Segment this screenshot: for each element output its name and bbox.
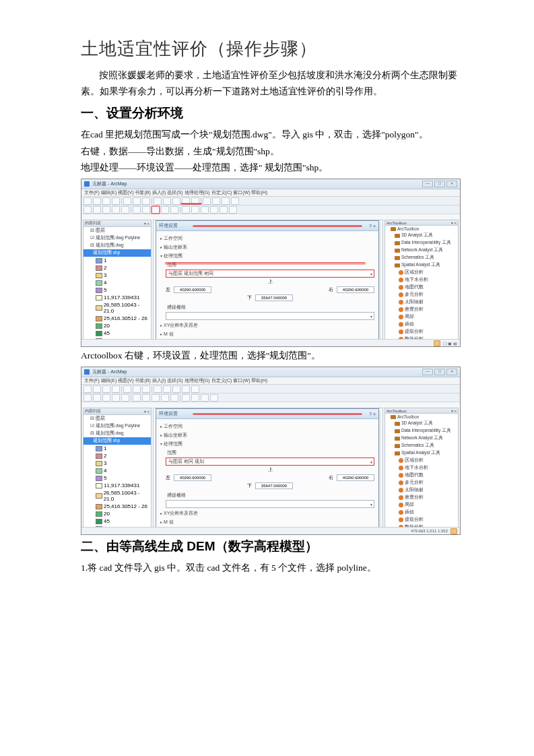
toolbox-item[interactable]: 局部 [385, 313, 458, 321]
toolbox-folder[interactable]: Network Analyst 工具 [385, 435, 458, 442]
extent-combo[interactable]: 与图层 规划范围 相同 [166, 270, 374, 278]
toc-layer-selected[interactable]: 规划范围 shp [84, 437, 151, 445]
menubar[interactable]: 文件(F) 编辑(E) 视图(V) 书签(B) 插入(I) 选择(S) 地理处理… [81, 189, 460, 197]
extent-combo[interactable]: 与图层 相同 规划 [166, 458, 374, 466]
dlg-label-extent: 范围 [160, 448, 374, 457]
toc-layer[interactable]: ⊟ 规划范围.dwg [84, 430, 151, 437]
toolbar-1[interactable] [81, 385, 460, 393]
maximize-button[interactable]: □ [434, 181, 445, 187]
toc-layer[interactable]: ☑ 规划范围.dwg Polyline [84, 234, 151, 242]
status-text: ▢ ▣ ▤ [443, 341, 457, 346]
ext-bottom-input[interactable]: 35647.040000 [255, 482, 293, 489]
ext-bottom-input[interactable]: 35647.040000 [255, 294, 293, 301]
section1-p3: 地理处理——环境设置——处理范围，选择" 规划范围"shp。 [81, 160, 460, 176]
dlg-section[interactable]: 输出坐标系 [160, 431, 374, 439]
toolbox-folder[interactable]: Network Analyst 工具 [385, 247, 458, 254]
section1-p2: 右键，数据——导出数据，生成"规划范围"shp。 [81, 144, 460, 160]
dlg-section[interactable]: M 值 [160, 329, 374, 338]
dlg-section-processing-extent[interactable]: 处理范围 [160, 251, 374, 260]
ext-left-input[interactable]: 40290.600000 [174, 474, 211, 481]
statusbar: 479.663 1,511 1,552 [81, 527, 460, 534]
toolbox-folder[interactable]: Data Interoperability 工具 [385, 427, 458, 435]
toolbar-1[interactable] [81, 197, 460, 206]
screenshot-arcmap-env-settings-1: 无标题 - ArcMap — □ × 文件(F) 编辑(E) 视图(V) 书签(… [81, 179, 461, 347]
dlg-section-processing-extent[interactable]: 处理范围 [160, 439, 374, 448]
toolbar-2[interactable] [81, 393, 460, 402]
highlighted-tool-button[interactable] [152, 206, 160, 214]
intro-paragraph: 按照张媛媛老师的要求，土地适宜性评价至少包括坡度和洪水淹没分析两个生态限制要素。… [81, 67, 460, 100]
toolbox-root[interactable]: ArcToolbox [385, 226, 458, 232]
toolbox-folder[interactable]: Data Interoperability 工具 [385, 239, 458, 247]
toolbox-item[interactable]: 地图代数 [385, 284, 458, 291]
window-titlebar: 无标题 - ArcMap — □ × [81, 179, 460, 189]
arctoolbox-header: ArcToolbox▾ × [385, 220, 458, 226]
toc-layer[interactable]: ⊟ 图层 [84, 415, 151, 422]
status-icon [450, 528, 457, 534]
map-canvas[interactable]: 环境设置? × 工作空间 输出坐标系 处理范围 范围 与图层 规划范围 相同 上… [153, 220, 383, 340]
toolbox-item[interactable]: 插值 [385, 509, 458, 516]
toolbox-item[interactable]: 提取分析 [385, 328, 458, 336]
toolbox-folder[interactable]: Spatial Analyst 工具 [385, 261, 458, 269]
ext-right-input[interactable]: 40290.600000 [337, 286, 374, 293]
arctoolbox-panel[interactable]: ArcToolbox▾ × ArcToolbox 3D Analyst 工具 D… [385, 220, 459, 340]
ext-left-input[interactable]: 40290.600000 [174, 286, 211, 293]
toolbox-item[interactable]: 地下水分析 [385, 464, 458, 472]
toolbox-item[interactable]: 多元分析 [385, 291, 458, 298]
toolbox-item[interactable]: 密度分析 [385, 494, 458, 501]
toolbox-folder[interactable]: 3D Analyst 工具 [385, 420, 458, 427]
toolbox-item[interactable]: 密度分析 [385, 306, 458, 313]
toc-layer-selected[interactable]: 规划范围 shp [84, 249, 151, 257]
arctoolbox-panel[interactable]: ArcToolbox▾ × ArcToolbox 3D Analyst 工具 D… [385, 408, 459, 528]
toolbox-folder[interactable]: Schematics 工具 [385, 254, 458, 261]
dlg-section[interactable]: 输出坐标系 [160, 243, 374, 251]
section2-heading: 二、由等高线生成 DEM（数字高程模型） [81, 538, 460, 555]
window-title: 无标题 - ArcMap [92, 181, 127, 187]
map-canvas[interactable]: 环境设置? × 工作空间 输出坐标系 处理范围 范围 与图层 相同 规划 上 左… [153, 408, 383, 528]
toc-header: 内容列表▾ × [84, 220, 151, 227]
toc-layer[interactable]: ☑ 规划范围.dwg Polyline [84, 422, 151, 430]
dlg-section[interactable]: 工作空间 [160, 234, 374, 243]
dialog-title: 环境设置 [159, 222, 178, 229]
caption-after-shot1: Arctoolbox 右键，环境设置，处理范围，选择"规划范围"。 [81, 348, 460, 364]
section2-p1: 1.将 cad 文件导入 gis 中。双击 cad 文件名，有 5 个文件，选择… [81, 561, 460, 576]
toolbox-folder[interactable]: Spatial Analyst 工具 [385, 449, 458, 457]
toolbox-item[interactable]: 太阳辐射 [385, 298, 458, 306]
ext-right-input[interactable]: 40290.600000 [337, 474, 374, 481]
toolbox-item[interactable]: 插值 [385, 321, 458, 328]
environment-settings-dialog: 环境设置? × 工作空间 输出坐标系 处理范围 范围 与图层 规划范围 相同 上… [156, 220, 379, 347]
environment-settings-dialog: 环境设置? × 工作空间 输出坐标系 处理范围 范围 与图层 相同 规划 上 左… [156, 408, 379, 535]
section1-p1: 在cad 里把规划范围写成一个块"规划范围.dwg"。导入 gis 中，双击，选… [81, 127, 460, 143]
toolbox-item[interactable]: 区域分析 [385, 269, 458, 276]
close-button[interactable]: × [446, 369, 457, 375]
toc-layer[interactable]: ⊟ 图层 [84, 227, 151, 234]
table-of-contents-panel[interactable]: 内容列表▾ × ⊟ 图层 ☑ 规划范围.dwg Polyline ⊟ 规划范围.… [83, 408, 152, 528]
toolbox-item[interactable]: 区域分析 [385, 457, 458, 464]
table-of-contents-panel[interactable]: 内容列表▾ × ⊟ 图层 ☑ 规划范围.dwg Polyline ⊟ 规划范围.… [83, 220, 152, 340]
dlg-section[interactable]: M 值 [160, 517, 374, 526]
toolbox-folder[interactable]: 3D Analyst 工具 [385, 232, 458, 239]
snap-raster-combo[interactable] [166, 500, 374, 508]
status-coords: 479.663 1,511 1,552 [411, 529, 448, 533]
toolbox-root[interactable]: ArcToolbox [385, 414, 458, 420]
toolbox-item[interactable]: 太阳辐射 [385, 486, 458, 494]
toolbox-item[interactable]: 地图代数 [385, 472, 458, 479]
close-button[interactable]: × [446, 181, 457, 187]
dlg-section[interactable]: XY分辨率及容差 [160, 509, 374, 517]
menubar[interactable]: 文件(F) 编辑(E) 视图(V) 书签(B) 插入(I) 选择(S) 地理处理… [81, 377, 460, 385]
toolbox-item[interactable]: 局部 [385, 501, 458, 509]
maximize-button[interactable]: □ [434, 369, 445, 375]
minimize-button[interactable]: — [422, 181, 433, 187]
snap-raster-combo[interactable] [166, 312, 374, 320]
toolbox-item[interactable]: 多元分析 [385, 479, 458, 486]
minimize-button[interactable]: — [422, 369, 433, 375]
toolbox-item[interactable]: 地下水分析 [385, 276, 458, 284]
dlg-section[interactable]: XY分辨率及容差 [160, 321, 374, 329]
toc-layer[interactable]: ⊟ 规划范围.dwg [84, 242, 151, 249]
window-titlebar: 无标题 - ArcMap — □ × [81, 367, 460, 377]
dlg-section[interactable]: 工作空间 [160, 422, 374, 431]
toolbar-2[interactable] [81, 206, 460, 214]
app-icon [84, 181, 90, 187]
screenshot-arcmap-env-settings-2: 无标题 - ArcMap — □ × 文件(F) 编辑(E) 视图(V) 书签(… [81, 367, 461, 535]
toolbox-item[interactable]: 提取分析 [385, 516, 458, 524]
toolbox-folder[interactable]: Schematics 工具 [385, 442, 458, 449]
